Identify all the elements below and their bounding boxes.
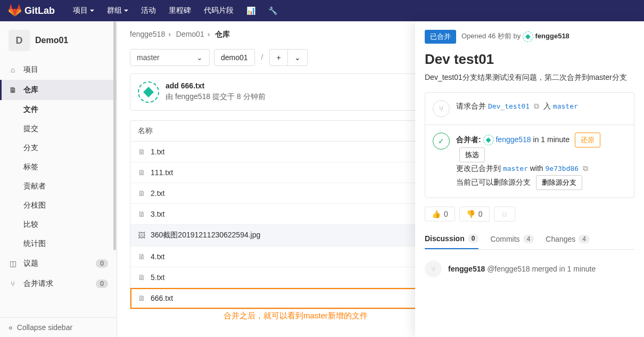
project-avatar: D [9,30,30,51]
breadcrumb-current: 仓库 [215,30,230,38]
project-name: Demo01 [35,36,68,45]
chevron-down-icon: ⌄ [196,53,203,62]
panel-opened-meta: Opened 46 秒前 by fengge518 [461,31,569,42]
sidebar-sub-files[interactable]: 文件 [0,100,117,119]
sidebar: D Demo01 ⌂项目 🗎仓库 文件 提交 分支 标签 贡献者 分枝图 比较 … [0,21,117,337]
sidebar-item-issues[interactable]: ◫议题0 [0,253,117,274]
path-segment[interactable]: demo01 [214,49,255,66]
thumbs-up-icon: 👍 [432,210,441,218]
sidebar-sub-charts[interactable]: 统计图 [0,234,117,253]
topnav-milestones[interactable]: 里程碑 [163,3,196,19]
cherry-pick-button[interactable]: 拣选 [459,147,485,162]
topnav-snippets[interactable]: 代码片段 [199,3,239,19]
file-icon: 🗎 [138,273,145,282]
source-branch[interactable]: Dev_test01 [488,102,530,110]
merged-branch[interactable]: master [503,165,528,172]
plus-icon: + [276,53,280,62]
check-circle-icon: ✓ [433,133,450,150]
topbar: GitLab 项目 群组 活动 里程碑 代码片段 📊 🔧 [0,0,644,21]
file-icon: 🗎 [138,252,145,261]
merge-sha[interactable]: 9e73bd86 [546,165,579,172]
revert-button[interactable]: 还原 [575,133,600,147]
mr-description: Dev_test01分支结果测试没有问题，第二次合并到master分支 [425,73,634,83]
sidebar-project-header[interactable]: D Demo01 [0,21,117,60]
sidebar-sub-contributors[interactable]: 贡献者 [0,177,117,196]
copy-sha-icon[interactable]: ⧉ [583,164,588,172]
topnav-wrench-icon[interactable]: 🔧 [263,3,283,19]
file-name: 1.txt [151,147,164,156]
merge-request-icon: ⑂ [433,100,450,117]
sidebar-item-project[interactable]: ⌂项目 [0,60,117,80]
topnav-projects[interactable]: 项目 [68,3,100,19]
file-icon: 🗎 [138,147,145,156]
path-separator: / [259,49,266,66]
add-reaction-button[interactable]: ☺ [494,207,515,221]
file-name: 360截图20191211230622594.jpg [151,231,260,240]
discussion-item: ⑂ fengge518 @fengge518 merged in 1 minut… [425,257,634,281]
sidebar-item-repository[interactable]: 🗎仓库 [0,80,117,100]
branch-select[interactable]: master⌄ [130,49,210,66]
topnav-groups[interactable]: 群组 [102,3,134,19]
add-dropdown[interactable]: ⌄ [287,49,308,66]
file-name: 111.txt [151,168,173,177]
file-name: 3.txt [151,210,164,218]
file-icon: 🗎 [138,189,145,198]
sidebar-sub-tags[interactable]: 标签 [0,158,117,177]
issues-count: 0 [96,259,108,268]
sidebar-scrollbar[interactable] [113,21,117,316]
copy-icon[interactable]: ⧉ [534,102,539,110]
smiley-icon: ☺ [501,210,508,218]
tab-commits[interactable]: Commits4 [490,230,534,249]
thumbs-up-button[interactable]: 👍0 [425,207,455,221]
sidebar-sub-branches[interactable]: 分支 [0,138,117,158]
doc-icon: 🗎 [9,86,17,94]
reactions: 👍0 👎0 ☺ [425,207,634,221]
file-name: 4.txt [151,252,164,261]
topnav: 项目 群组 活动 里程碑 代码片段 📊 🔧 [68,3,283,19]
gitlab-logo[interactable]: GitLab [9,4,55,17]
annotation-text: 合并之后，就可以看到master新增的文件 [224,311,368,321]
disc-author[interactable]: fengge518 [448,265,485,273]
merger-name[interactable]: fengge518 [496,135,531,144]
mr-count: 0 [96,280,108,288]
file-icon: 🗎 [138,294,145,302]
caret-down-icon [90,10,94,14]
gitlab-icon [9,4,21,17]
file-icon: 🗎 [138,210,145,218]
caret-down-icon [124,10,128,14]
commit-title[interactable]: add 666.txt [166,81,266,90]
tab-discussion[interactable]: Discussion0 [425,230,478,249]
thumbs-down-button[interactable]: 👎0 [459,207,490,221]
tab-changes[interactable]: Changes4 [546,230,590,249]
file-icon: 🗎 [138,168,145,177]
breadcrumb-project[interactable]: Demo01 [176,30,204,38]
delete-branch-button[interactable]: 删除源分支 [536,175,582,190]
breadcrumb-user[interactable]: fengge518 [130,30,165,38]
merge-request-panel: 已合并 Opened 46 秒前 by fengge518 Dev test01… [415,21,644,337]
file-name: 2.txt [151,189,164,198]
file-name: 5.txt [151,273,164,282]
commit-author-avatar [138,81,159,103]
target-branch[interactable]: master [553,102,578,110]
topnav-chart-icon[interactable]: 📊 [241,3,261,19]
sidebar-sub-commits[interactable]: 提交 [0,119,117,138]
collapse-sidebar[interactable]: «Collapse sidebar [0,317,117,337]
disc-handle: @fengge518 [487,265,530,273]
collapse-icon: « [9,323,13,332]
image-icon: 🖼 [138,231,145,240]
chevron-down-icon: ⌄ [294,53,301,62]
commit-meta: 由 fengge518 提交于 8 分钟前 [166,92,266,102]
mr-tabs: Discussion0 Commits4 Changes4 [425,230,634,250]
home-icon: ⌂ [9,65,17,74]
sidebar-sub-compare[interactable]: 比较 [0,215,117,234]
topnav-activity[interactable]: 活动 [136,3,161,19]
mr-widget: ⑂ 请求合并 Dev_test01 ⧉ 入 master ✓ 合并者: feng… [425,92,634,198]
thumbs-down-icon: 👎 [466,210,475,218]
file-name: 666.txt [151,294,173,302]
add-button[interactable]: + [269,49,287,66]
mr-title: Dev test01 [425,51,634,68]
author-avatar-icon [523,31,533,42]
sidebar-item-merge-requests[interactable]: ⑂合并请求0 [0,274,117,294]
brand-text: GitLab [24,5,55,17]
sidebar-sub-graph[interactable]: 分枝图 [0,196,117,215]
